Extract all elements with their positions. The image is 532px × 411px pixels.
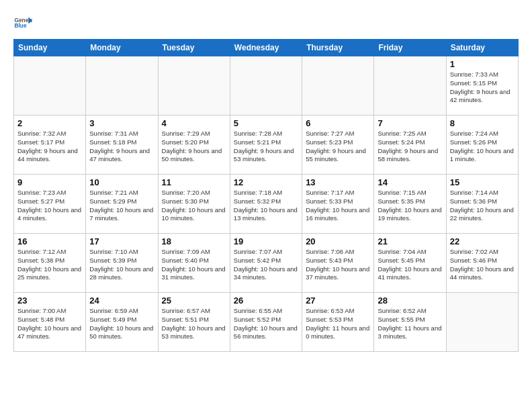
day-cell: 28Sunrise: 6:52 AM Sunset: 5:55 PM Dayli… [374, 293, 446, 352]
day-number: 18 [162, 236, 226, 246]
day-info: Sunrise: 7:15 AM Sunset: 5:35 PM Dayligh… [378, 189, 442, 223]
day-info: Sunrise: 7:14 AM Sunset: 5:36 PM Dayligh… [450, 189, 515, 223]
page-header: General Blue [13, 13, 519, 32]
day-number: 5 [234, 118, 298, 128]
day-info: Sunrise: 7:09 AM Sunset: 5:40 PM Dayligh… [162, 248, 226, 282]
day-number: 21 [378, 236, 442, 246]
day-number: 27 [306, 295, 370, 306]
day-cell: 22Sunrise: 7:02 AM Sunset: 5:46 PM Dayli… [446, 234, 518, 293]
day-cell: 6Sunrise: 7:27 AM Sunset: 5:23 PM Daylig… [302, 116, 374, 175]
day-cell: 20Sunrise: 7:06 AM Sunset: 5:43 PM Dayli… [302, 234, 374, 293]
day-info: Sunrise: 7:04 AM Sunset: 5:45 PM Dayligh… [378, 248, 442, 282]
day-cell: 25Sunrise: 6:57 AM Sunset: 5:51 PM Dayli… [158, 293, 230, 352]
day-info: Sunrise: 7:33 AM Sunset: 5:15 PM Dayligh… [450, 71, 515, 105]
day-cell [374, 56, 446, 116]
calendar-table: SundayMondayTuesdayWednesdayThursdayFrid… [13, 39, 519, 352]
dow-header-monday: Monday [86, 40, 158, 56]
day-info: Sunrise: 7:20 AM Sunset: 5:30 PM Dayligh… [162, 189, 226, 223]
day-number: 10 [89, 177, 154, 187]
day-info: Sunrise: 7:10 AM Sunset: 5:39 PM Dayligh… [89, 248, 154, 282]
day-number: 19 [234, 236, 298, 246]
day-cell [446, 293, 518, 352]
day-cell [86, 56, 158, 116]
dow-header-tuesday: Tuesday [158, 40, 230, 56]
day-cell: 14Sunrise: 7:15 AM Sunset: 5:35 PM Dayli… [374, 175, 446, 234]
day-number: 11 [162, 177, 226, 187]
day-info: Sunrise: 6:53 AM Sunset: 5:53 PM Dayligh… [306, 307, 370, 341]
day-info: Sunrise: 7:25 AM Sunset: 5:24 PM Dayligh… [378, 130, 442, 164]
day-info: Sunrise: 7:29 AM Sunset: 5:20 PM Dayligh… [162, 130, 226, 164]
day-number: 26 [234, 295, 298, 306]
dow-header-wednesday: Wednesday [230, 40, 302, 56]
day-info: Sunrise: 7:28 AM Sunset: 5:21 PM Dayligh… [234, 130, 298, 164]
day-info: Sunrise: 6:55 AM Sunset: 5:52 PM Dayligh… [234, 307, 298, 341]
day-cell: 26Sunrise: 6:55 AM Sunset: 5:52 PM Dayli… [230, 293, 302, 352]
dow-header-friday: Friday [374, 40, 446, 56]
day-cell: 19Sunrise: 7:07 AM Sunset: 5:42 PM Dayli… [230, 234, 302, 293]
day-cell: 24Sunrise: 6:59 AM Sunset: 5:49 PM Dayli… [86, 293, 158, 352]
week-row-4: 16Sunrise: 7:12 AM Sunset: 5:38 PM Dayli… [14, 234, 519, 293]
day-info: Sunrise: 6:52 AM Sunset: 5:55 PM Dayligh… [378, 307, 442, 341]
week-row-3: 9Sunrise: 7:23 AM Sunset: 5:27 PM Daylig… [14, 175, 519, 234]
week-row-5: 23Sunrise: 7:00 AM Sunset: 5:48 PM Dayli… [14, 293, 519, 352]
day-info: Sunrise: 7:18 AM Sunset: 5:32 PM Dayligh… [234, 189, 298, 223]
day-number: 9 [17, 177, 82, 187]
day-number: 23 [17, 295, 82, 306]
day-info: Sunrise: 7:06 AM Sunset: 5:43 PM Dayligh… [306, 248, 370, 282]
day-info: Sunrise: 6:57 AM Sunset: 5:51 PM Dayligh… [162, 307, 226, 341]
day-cell: 16Sunrise: 7:12 AM Sunset: 5:38 PM Dayli… [14, 234, 86, 293]
day-info: Sunrise: 7:24 AM Sunset: 5:26 PM Dayligh… [450, 130, 515, 164]
day-number: 3 [89, 118, 154, 128]
day-info: Sunrise: 6:59 AM Sunset: 5:49 PM Dayligh… [89, 307, 154, 341]
day-cell: 12Sunrise: 7:18 AM Sunset: 5:32 PM Dayli… [230, 175, 302, 234]
day-cell: 13Sunrise: 7:17 AM Sunset: 5:33 PM Dayli… [302, 175, 374, 234]
day-number: 6 [306, 118, 370, 128]
day-number: 17 [89, 236, 154, 246]
day-number: 24 [89, 295, 154, 306]
week-row-2: 2Sunrise: 7:32 AM Sunset: 5:17 PM Daylig… [14, 116, 519, 175]
day-cell [302, 56, 374, 116]
day-cell: 23Sunrise: 7:00 AM Sunset: 5:48 PM Dayli… [14, 293, 86, 352]
logo: General Blue [13, 13, 35, 32]
day-info: Sunrise: 7:02 AM Sunset: 5:46 PM Dayligh… [450, 248, 515, 282]
day-number: 15 [450, 177, 515, 187]
day-number: 4 [162, 118, 226, 128]
day-number: 28 [378, 295, 442, 306]
day-cell: 21Sunrise: 7:04 AM Sunset: 5:45 PM Dayli… [374, 234, 446, 293]
day-number: 14 [378, 177, 442, 187]
day-info: Sunrise: 7:32 AM Sunset: 5:17 PM Dayligh… [17, 130, 82, 164]
day-cell: 4Sunrise: 7:29 AM Sunset: 5:20 PM Daylig… [158, 116, 230, 175]
day-cell: 27Sunrise: 6:53 AM Sunset: 5:53 PM Dayli… [302, 293, 374, 352]
day-cell: 3Sunrise: 7:31 AM Sunset: 5:18 PM Daylig… [86, 116, 158, 175]
day-cell [158, 56, 230, 116]
day-number: 7 [378, 118, 442, 128]
day-cell: 11Sunrise: 7:20 AM Sunset: 5:30 PM Dayli… [158, 175, 230, 234]
logo-icon: General Blue [13, 13, 32, 32]
day-cell: 15Sunrise: 7:14 AM Sunset: 5:36 PM Dayli… [446, 175, 518, 234]
day-cell: 7Sunrise: 7:25 AM Sunset: 5:24 PM Daylig… [374, 116, 446, 175]
day-info: Sunrise: 7:21 AM Sunset: 5:29 PM Dayligh… [89, 189, 154, 223]
day-number: 20 [306, 236, 370, 246]
day-cell: 9Sunrise: 7:23 AM Sunset: 5:27 PM Daylig… [14, 175, 86, 234]
day-number: 2 [17, 118, 82, 128]
day-cell: 1Sunrise: 7:33 AM Sunset: 5:15 PM Daylig… [446, 56, 518, 116]
day-info: Sunrise: 7:07 AM Sunset: 5:42 PM Dayligh… [234, 248, 298, 282]
day-number: 1 [450, 59, 515, 69]
day-info: Sunrise: 7:00 AM Sunset: 5:48 PM Dayligh… [17, 307, 82, 341]
day-info: Sunrise: 7:27 AM Sunset: 5:23 PM Dayligh… [306, 130, 370, 164]
day-cell [230, 56, 302, 116]
day-cell: 17Sunrise: 7:10 AM Sunset: 5:39 PM Dayli… [86, 234, 158, 293]
day-info: Sunrise: 7:17 AM Sunset: 5:33 PM Dayligh… [306, 189, 370, 223]
svg-text:Blue: Blue [14, 22, 26, 29]
day-info: Sunrise: 7:23 AM Sunset: 5:27 PM Dayligh… [17, 189, 82, 223]
day-number: 8 [450, 118, 515, 128]
day-cell: 10Sunrise: 7:21 AM Sunset: 5:29 PM Dayli… [86, 175, 158, 234]
day-of-week-row: SundayMondayTuesdayWednesdayThursdayFrid… [14, 40, 519, 56]
day-number: 16 [17, 236, 82, 246]
dow-header-saturday: Saturday [446, 40, 518, 56]
day-number: 13 [306, 177, 370, 187]
dow-header-sunday: Sunday [14, 40, 86, 56]
day-cell: 18Sunrise: 7:09 AM Sunset: 5:40 PM Dayli… [158, 234, 230, 293]
week-row-1: 1Sunrise: 7:33 AM Sunset: 5:15 PM Daylig… [14, 56, 519, 116]
dow-header-thursday: Thursday [302, 40, 374, 56]
